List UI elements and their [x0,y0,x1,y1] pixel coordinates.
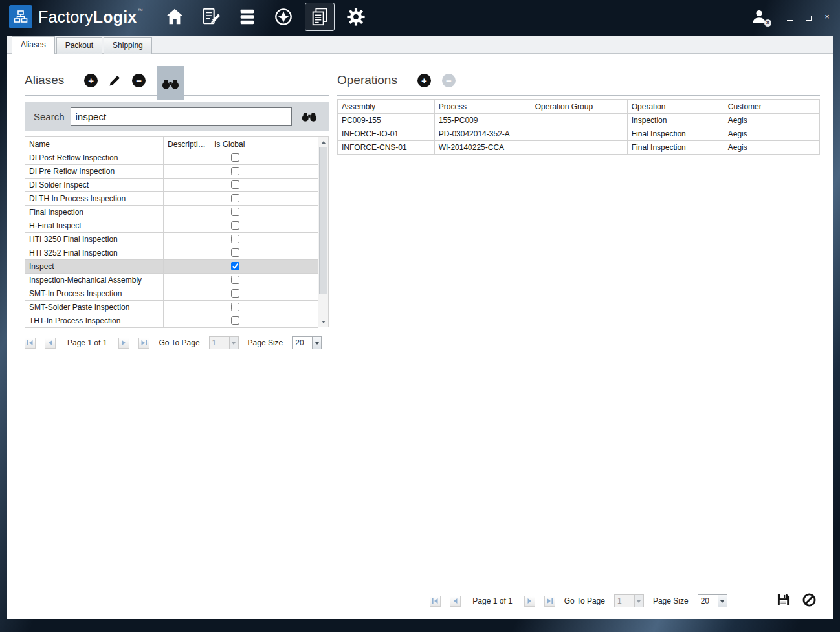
is-global-checkbox[interactable] [231,153,239,162]
alias-description-cell[interactable] [164,165,210,179]
alias-row[interactable]: DI Post Reflow Inspection [25,151,318,165]
alias-is-global-cell[interactable] [210,151,260,165]
prev-page-button[interactable] [450,596,461,607]
alias-is-global-cell[interactable] [210,206,260,219]
alias-empty-cell[interactable] [260,192,318,206]
scroll-up-icon[interactable] [318,137,328,147]
search-input[interactable] [71,107,292,126]
is-global-checkbox[interactable] [231,180,239,189]
column-header-assembly[interactable]: Assembly [338,100,435,114]
alias-row[interactable]: SMT-Solder Paste Inspection [25,301,318,314]
alias-name-cell[interactable]: HTI 3252 Final Inspection [25,246,164,260]
alias-empty-cell[interactable] [260,314,318,328]
operation-row[interactable]: INFORCE-IO-01PD-03042014-352-AFinal Insp… [338,127,820,141]
scroll-down-icon[interactable] [318,317,328,327]
add-alias-button[interactable]: + [84,74,98,87]
chevron-down-icon[interactable] [718,595,727,607]
column-header-customer[interactable]: Customer [724,100,819,114]
operation-cell[interactable]: Inspection [627,114,724,127]
alias-is-global-cell[interactable] [210,274,260,287]
alias-name-cell[interactable]: Final Inspection [25,206,164,219]
alias-is-global-cell[interactable] [210,192,260,206]
page-size-input[interactable] [293,337,312,349]
alias-is-global-cell[interactable] [210,246,260,260]
alias-description-cell[interactable] [164,179,210,192]
alias-empty-cell[interactable] [260,274,318,287]
alias-name-cell[interactable]: SMT-In Process Inspection [25,287,164,301]
close-button[interactable]: × [823,13,831,21]
alias-row[interactable]: DI Pre Reflow Inspection [25,165,318,179]
materials-icon[interactable] [232,3,262,31]
column-header-name[interactable]: Name [25,137,164,151]
is-global-checkbox[interactable] [231,303,239,311]
process-cell[interactable]: 155-PC009 [434,114,531,127]
alias-name-cell[interactable]: DI Solder Inspect [25,179,164,192]
alias-empty-cell[interactable] [260,179,318,192]
first-page-button[interactable] [430,596,441,607]
alias-row[interactable]: DI TH In Process Inspection [25,192,318,206]
operation-row[interactable]: INFORCE-CNS-01WI-20140225-CCAFinal Inspe… [338,141,820,155]
alias-is-global-cell[interactable] [210,165,260,179]
alias-is-global-cell[interactable] [210,314,260,328]
alias-is-global-cell[interactable] [210,260,260,274]
alias-is-global-cell[interactable] [210,301,260,314]
go-to-page-input[interactable] [615,595,634,607]
operation-cell[interactable]: Final Inspection [627,141,724,155]
is-global-checkbox[interactable] [231,194,239,202]
go-to-page-combo[interactable] [209,336,239,349]
process-cell[interactable]: PD-03042014-352-A [434,127,531,141]
operation-row[interactable]: PC009-155155-PC009InspectionAegis [338,114,820,127]
page-size-input[interactable] [698,595,718,607]
alias-description-cell[interactable] [164,246,210,260]
column-header-operation-group[interactable]: Operation Group [531,100,627,114]
go-to-page-combo[interactable] [614,594,644,607]
alias-name-cell[interactable]: Inspection-Mechanical Assembly [25,274,164,287]
alias-row[interactable]: Final Inspection [25,206,318,219]
alias-name-cell[interactable]: THT-In Process Inspection [25,314,164,328]
home-icon[interactable] [160,3,190,31]
alias-empty-cell[interactable] [260,246,318,260]
alias-row[interactable]: Inspect [25,260,318,274]
alias-empty-cell[interactable] [260,206,318,219]
search-tool-tab[interactable] [157,66,184,100]
remove-operation-button[interactable]: − [442,74,456,87]
is-global-checkbox[interactable] [231,289,239,298]
search-submit-icon[interactable] [298,111,321,122]
alias-name-cell[interactable]: DI Post Reflow Inspection [25,151,164,165]
tab-aliases[interactable]: Aliases [12,36,55,54]
alias-empty-cell[interactable] [260,165,318,179]
scroll-track[interactable] [318,147,328,317]
scroll-thumb[interactable] [319,147,327,294]
column-header-description[interactable]: Description [164,137,210,151]
customer-cell[interactable]: Aegis [724,127,819,141]
prev-page-button[interactable] [45,338,56,349]
alias-description-cell[interactable] [164,219,210,233]
remove-alias-button[interactable]: − [132,74,146,87]
cancel-button[interactable] [802,593,816,609]
assembly-cell[interactable]: INFORCE-CNS-01 [338,141,435,155]
next-page-button[interactable] [524,596,535,607]
tracking-icon[interactable] [269,3,298,31]
tab-shipping[interactable]: Shipping [104,37,152,54]
alias-name-cell[interactable]: HTI 3250 Final Inspection [25,233,164,246]
is-global-checkbox[interactable] [231,167,239,175]
alias-is-global-cell[interactable] [210,219,260,233]
edit-alias-button[interactable] [109,74,121,87]
column-header-operation[interactable]: Operation [627,100,724,114]
last-page-button[interactable] [138,338,149,349]
alias-empty-cell[interactable] [260,260,318,274]
assembly-cell[interactable]: INFORCE-IO-01 [338,127,435,141]
chevron-down-icon[interactable] [229,337,238,349]
alias-row[interactable]: DI Solder Inspect [25,179,318,192]
alias-description-cell[interactable] [164,151,210,165]
alias-description-cell[interactable] [164,301,210,314]
alias-row[interactable]: THT-In Process Inspection [25,314,318,328]
alias-description-cell[interactable] [164,206,210,219]
is-global-checkbox[interactable] [231,208,239,216]
page-size-combo[interactable] [698,594,727,607]
settings-gear-icon[interactable] [341,3,371,31]
assembly-cell[interactable]: PC009-155 [338,114,435,127]
maximize-button[interactable] [804,13,812,21]
page-size-combo[interactable] [292,336,322,349]
column-header-process[interactable]: Process [434,100,531,114]
